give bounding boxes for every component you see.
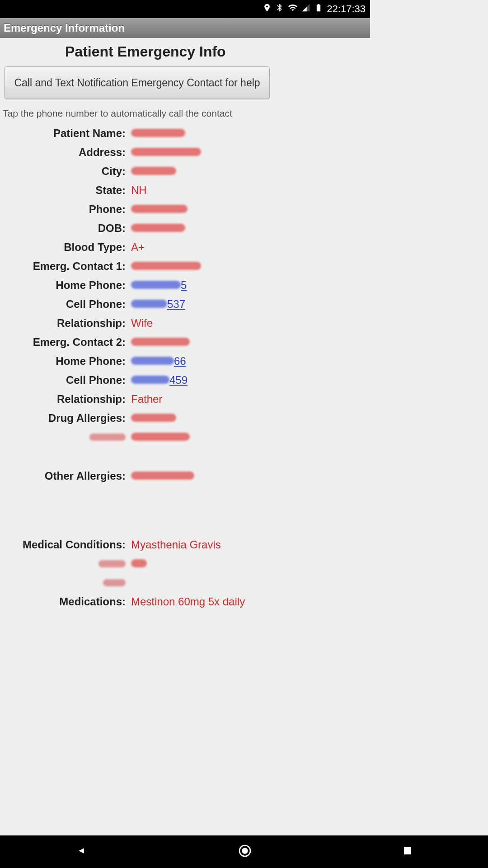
- row-medications: Medications: Mestinon 60mg 5x daily: [0, 595, 370, 608]
- value-ec2-relationship: Father: [131, 393, 162, 406]
- row-address: Address:: [0, 146, 370, 159]
- label-ec2-relationship: Relationship:: [0, 393, 131, 406]
- value-patient-name: [131, 127, 185, 140]
- value-ec2: [131, 336, 190, 349]
- row-other-allergies: Other Allergies:: [0, 470, 370, 482]
- wifi-icon: [288, 3, 298, 15]
- value-blood-type: A+: [131, 241, 145, 254]
- row-state: State: NH: [0, 184, 370, 197]
- label-medications: Medications:: [0, 595, 131, 608]
- value-drug-allergies-2: [131, 431, 190, 443]
- status-bar: 22:17:33: [0, 0, 370, 18]
- page-title: Patient Emergency Info: [0, 38, 370, 66]
- row-medical-conditions-2: [0, 557, 370, 570]
- row-ec1-home: Home Phone: 5: [0, 279, 370, 292]
- pictures-icon: [5, 3, 14, 15]
- value-dob: [131, 222, 185, 235]
- row-drug-allergies: Drug Allergies:: [0, 412, 370, 425]
- value-ec2-home[interactable]: 66: [131, 355, 186, 368]
- row-city: City:: [0, 165, 370, 178]
- label-ec1-relationship: Relationship:: [0, 317, 131, 330]
- row-drug-allergies-2: [0, 431, 370, 443]
- app-title: Emergency Information: [4, 22, 125, 34]
- value-city: [131, 165, 176, 178]
- value-state: NH: [131, 184, 147, 197]
- hint-text: Tap the phone number to automatically ca…: [0, 108, 370, 127]
- value-ec1-relationship: Wife: [131, 317, 153, 330]
- value-drug-allergies: [131, 412, 176, 425]
- app-bar: Emergency Information: [0, 18, 370, 38]
- row-phone: Phone:: [0, 203, 370, 216]
- row-ec1: Emerg. Contact 1:: [0, 260, 370, 273]
- row-ec1-relationship: Relationship: Wife: [0, 317, 370, 330]
- location-icon: [263, 3, 272, 15]
- label-ec1: Emerg. Contact 1:: [0, 260, 131, 273]
- label-other-allergies: Other Allergies:: [0, 470, 131, 482]
- row-ec1-cell: Cell Phone: 537: [0, 298, 370, 311]
- label-state: State:: [0, 184, 131, 197]
- value-medical-conditions-2: [131, 557, 147, 570]
- value-phone[interactable]: [131, 203, 188, 216]
- content: Patient Emergency Info Call and Text Not…: [0, 38, 370, 608]
- call-emergency-button[interactable]: Call and Text Notification Emergency Con…: [5, 66, 270, 99]
- value-ec1-home[interactable]: 5: [131, 279, 187, 292]
- label-ec2: Emerg. Contact 2:: [0, 336, 131, 349]
- bluetooth-icon: [275, 3, 284, 15]
- value-ec1-cell[interactable]: 537: [131, 298, 185, 311]
- label-blood-type: Blood Type:: [0, 241, 131, 254]
- row-ec2-relationship: Relationship: Father: [0, 393, 370, 406]
- label-ec1-home: Home Phone:: [0, 279, 131, 292]
- battery-icon: [314, 3, 323, 15]
- row-ec2-home: Home Phone: 66: [0, 355, 370, 368]
- value-ec2-cell[interactable]: 459: [131, 374, 188, 387]
- row-patient-name: Patient Name:: [0, 127, 370, 140]
- row-ec2: Emerg. Contact 2:: [0, 336, 370, 349]
- signal-icon: [301, 3, 310, 15]
- value-address: [131, 146, 201, 159]
- value-other-allergies: [131, 470, 194, 482]
- label-medical-conditions-2: [0, 557, 131, 570]
- label-phone: Phone:: [0, 203, 131, 216]
- label-patient-name: Patient Name:: [0, 127, 131, 140]
- label-ec1-cell: Cell Phone:: [0, 298, 131, 311]
- label-ec2-cell: Cell Phone:: [0, 374, 131, 387]
- label-dob: DOB:: [0, 222, 131, 235]
- status-time: 22:17:33: [327, 3, 366, 15]
- value-medical-conditions: Myasthenia Gravis: [131, 538, 221, 551]
- row-medical-conditions: Medical Conditions: Myasthenia Gravis: [0, 538, 370, 551]
- label-drug-allergies-2: [0, 431, 131, 443]
- label-ec2-home: Home Phone:: [0, 355, 131, 368]
- label-address: Address:: [0, 146, 131, 159]
- row-blood-type: Blood Type: A+: [0, 241, 370, 254]
- value-medications: Mestinon 60mg 5x daily: [131, 595, 245, 608]
- row-medical-conditions-3: [0, 576, 370, 589]
- label-medical-conditions-3: [0, 576, 131, 589]
- value-ec1: [131, 260, 201, 273]
- row-dob: DOB:: [0, 222, 370, 235]
- label-medical-conditions: Medical Conditions:: [0, 538, 131, 551]
- label-city: City:: [0, 165, 131, 178]
- row-ec2-cell: Cell Phone: 459: [0, 374, 370, 387]
- label-drug-allergies: Drug Allergies:: [0, 412, 131, 425]
